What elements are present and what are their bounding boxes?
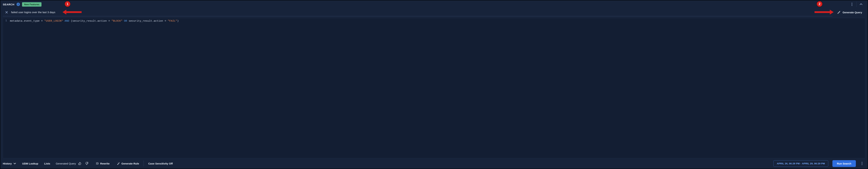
magic-pencil-icon: [837, 10, 841, 14]
annotation-badge-1: 1: [65, 1, 70, 7]
date-range-picker[interactable]: APRIL 26, 06:29 PM - APRIL 29, 06:29 PM: [773, 160, 828, 167]
udm-lookup-label: UDM Lookup: [22, 162, 38, 165]
toolbar-left-group: History UDM Lookup Lists: [3, 162, 52, 165]
nl-search-input-wrap: failed user logins over the last 3 days: [3, 8, 832, 16]
close-icon: [5, 11, 8, 13]
line-gutter: 1: [3, 18, 8, 158]
thumbs-down-icon: [85, 162, 88, 165]
bottom-toolbar: History UDM Lookup Lists Generated Query: [0, 158, 868, 169]
udm-lookup-button[interactable]: UDM Lookup: [22, 162, 38, 165]
chevron-down-icon: [13, 162, 16, 165]
svg-point-10: [862, 163, 862, 164]
thumbs-up-icon: [78, 162, 82, 165]
thumbs-up-button[interactable]: [78, 162, 82, 165]
header-divider: [856, 2, 857, 7]
case-sensitivity-toggle[interactable]: Case Sensitivity Off: [148, 162, 173, 165]
more-vertical-icon: [862, 162, 863, 165]
nl-search-input[interactable]: failed user logins over the last 3 days: [11, 11, 55, 14]
toolbar-more-button[interactable]: [859, 160, 865, 167]
header-actions: [848, 1, 865, 8]
generate-query-button[interactable]: Generate Query: [834, 9, 865, 15]
page-title: SEARCH: [3, 3, 14, 6]
line-number: 1: [3, 19, 7, 22]
generate-rule-button[interactable]: Generate Rule: [117, 162, 139, 165]
header-more-button[interactable]: [848, 1, 856, 8]
lists-label: Lists: [44, 162, 50, 165]
svg-point-9: [862, 162, 862, 163]
info-icon[interactable]: i: [17, 3, 20, 6]
new-features-button[interactable]: New Features: [22, 2, 41, 7]
header-row: SEARCH i New Features 1: [0, 0, 868, 8]
nl-search-row: failed user logins over the last 3 days …: [0, 8, 868, 16]
code-content[interactable]: metadata.event_type = "USER_LOGIN" AND (…: [8, 18, 180, 158]
feedback-thumbs: [78, 162, 88, 165]
rewrite-button[interactable]: Rewrite: [96, 162, 110, 165]
generated-query-label: Generated Query: [56, 162, 76, 165]
history-label: History: [3, 162, 12, 165]
rewrite-icon: [96, 162, 99, 165]
chevron-up-icon: [860, 3, 863, 5]
collapse-button[interactable]: [857, 1, 865, 8]
lists-button[interactable]: Lists: [44, 162, 50, 165]
history-button[interactable]: History: [3, 162, 16, 165]
svg-point-1: [851, 4, 852, 5]
more-vertical-icon: [851, 3, 852, 6]
svg-point-0: [851, 3, 852, 3]
generate-query-label: Generate Query: [842, 11, 862, 14]
svg-point-2: [851, 5, 852, 6]
svg-point-8: [118, 162, 118, 163]
svg-point-11: [862, 164, 862, 165]
magic-wand-icon: [117, 162, 120, 165]
case-sensitivity-label: Case Sensitivity Off: [148, 162, 173, 165]
run-search-button[interactable]: Run Search: [832, 160, 856, 167]
search-panel: SEARCH i New Features 1: [0, 0, 868, 169]
annotation-1: 1: [65, 1, 70, 7]
toolbar-divider: [144, 161, 144, 166]
query-editor[interactable]: 1 metadata.event_type = "USER_LOGIN" AND…: [3, 18, 865, 158]
thumbs-down-button[interactable]: [85, 162, 88, 165]
clear-nl-button[interactable]: [5, 10, 8, 14]
generate-rule-label: Generate Rule: [121, 162, 139, 165]
rewrite-label: Rewrite: [100, 162, 110, 165]
